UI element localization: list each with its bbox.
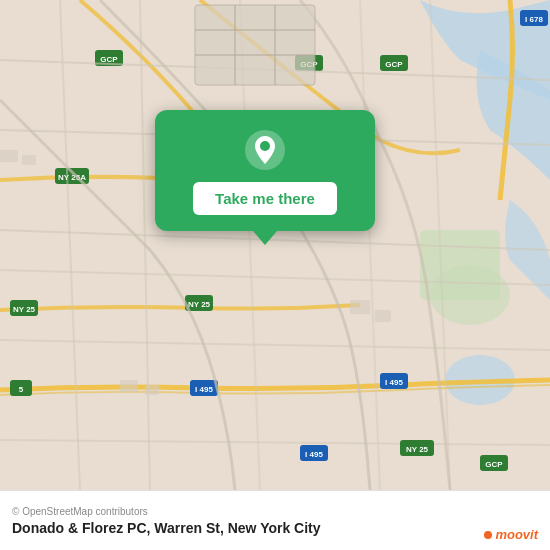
location-pin-icon: [243, 128, 287, 172]
svg-text:I 495: I 495: [385, 378, 403, 387]
svg-rect-51: [22, 155, 36, 165]
map-attribution: © OpenStreetMap contributors: [12, 506, 538, 517]
svg-text:GCP: GCP: [100, 55, 118, 64]
svg-text:GCP: GCP: [485, 460, 503, 469]
bottom-bar: © OpenStreetMap contributors Donado & Fl…: [0, 490, 550, 550]
svg-text:NY 25: NY 25: [188, 300, 211, 309]
location-name: Donado & Florez PC, Warren St, New York …: [12, 520, 538, 536]
moovit-dot: [484, 531, 492, 539]
map-background: I 495 I 495 I 678 NY 25A NY 25A NY 25 NY…: [0, 0, 550, 490]
moovit-logo: moovit: [484, 527, 538, 542]
svg-rect-50: [0, 150, 18, 162]
svg-rect-55: [145, 385, 159, 395]
svg-rect-54: [120, 380, 138, 392]
svg-rect-52: [350, 300, 370, 314]
svg-text:5: 5: [19, 385, 24, 394]
svg-rect-53: [375, 310, 391, 322]
svg-text:I 495: I 495: [195, 385, 213, 394]
svg-text:I 678: I 678: [525, 15, 543, 24]
svg-text:NY 25: NY 25: [406, 445, 429, 454]
svg-text:NY 25: NY 25: [13, 305, 36, 314]
svg-rect-45: [195, 5, 315, 85]
map-container: I 495 I 495 I 678 NY 25A NY 25A NY 25 NY…: [0, 0, 550, 490]
svg-text:I 495: I 495: [305, 450, 323, 459]
take-me-there-button[interactable]: Take me there: [193, 182, 337, 215]
svg-point-57: [260, 141, 270, 151]
svg-text:GCP: GCP: [385, 60, 403, 69]
moovit-logo-text: moovit: [495, 527, 538, 542]
popup-card: Take me there: [155, 110, 375, 231]
